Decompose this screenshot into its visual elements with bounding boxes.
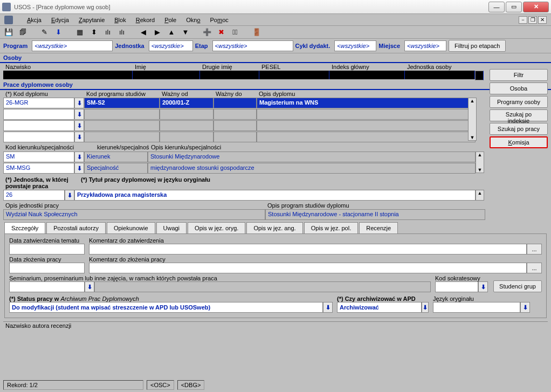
opis-dyplomu-cell[interactable]: Magisterium na WNS <box>257 98 476 108</box>
nav-next-icon[interactable]: ▶ <box>152 27 163 38</box>
status-pracy-input[interactable] <box>9 302 323 313</box>
person-imie-cell[interactable] <box>133 71 200 79</box>
kod-programu-cell[interactable]: SM-S2 <box>84 98 160 108</box>
tab-uwagi[interactable]: Uwagi <box>156 222 187 233</box>
person-pesel-cell[interactable] <box>259 71 329 79</box>
spec-kod-1[interactable]: SM <box>3 152 74 162</box>
studenci-grup-button[interactable]: Studenci grup <box>493 280 542 292</box>
komisja-button[interactable]: Komisja <box>490 136 548 148</box>
menu-rekord[interactable]: Rekord <box>136 17 155 23</box>
komentarz-zlozenia-input[interactable] <box>89 263 527 273</box>
szukaj-po-pracy-button[interactable]: Szukaj po pracy <box>490 123 548 135</box>
tab-opis-oryg[interactable]: Opis w jęz. oryg. <box>188 222 245 233</box>
person-jednostka-cell[interactable] <box>405 71 475 79</box>
kod-dyplomu-cell[interactable]: 26-MGR <box>3 98 74 108</box>
scroll-up3-icon[interactable]: ▲ <box>478 152 483 157</box>
download-icon[interactable]: ⬇ <box>53 27 64 38</box>
kod-dyplomu-lookup-3[interactable]: ⬇ <box>74 120 84 131</box>
kod-dyplomu-cell-2[interactable] <box>3 109 74 120</box>
edit-icon[interactable]: ✎ <box>39 27 50 38</box>
filter-etap-input[interactable] <box>212 40 293 51</box>
data-zatwierdzenia-input[interactable] <box>9 244 85 255</box>
kod-dyplomu-lookup[interactable]: ⬇ <box>74 98 84 108</box>
scroll-down2-icon[interactable]: ▼ <box>470 135 475 140</box>
jezyk-oryginalu-input[interactable] <box>433 302 520 313</box>
spec-lookup-2[interactable]: ⬇ <box>74 163 84 174</box>
menu-edycja[interactable]: Edycja <box>51 17 69 23</box>
nav-down-icon[interactable]: ▼ <box>180 27 191 38</box>
save-icon[interactable]: 💾 <box>3 27 14 38</box>
scroll-down3-icon[interactable]: ▼ <box>478 167 483 173</box>
filtruj-po-etapach-button[interactable]: Filtruj po etapach <box>449 40 506 52</box>
filter-program-input[interactable] <box>32 40 113 51</box>
menu-pole[interactable]: Pole <box>164 17 176 23</box>
spec-lookup-1[interactable]: ⬇ <box>74 152 84 162</box>
szukaj-po-indeksie-button[interactable]: Szukaj po indeksie <box>490 109 548 121</box>
spec-opis-2: międzynarodowe stosunki gospodarcze <box>148 163 476 174</box>
jednostka-field[interactable]: 26 <box>3 190 65 201</box>
filter-icon[interactable]: ▦ <box>74 27 85 38</box>
filtr-button[interactable]: Filtr <box>490 69 548 81</box>
tab-pozostali-autorzy[interactable]: Pozostali autorzy <box>46 222 106 233</box>
mdi-close[interactable]: ✕ <box>538 16 547 24</box>
tab-opis-pol[interactable]: Opis w jęz. pol. <box>304 222 359 233</box>
tab-recenzje[interactable]: Recenzje <box>359 222 398 233</box>
chart3-icon[interactable]: ılı <box>116 27 127 38</box>
tytul-field[interactable]: Przykładowa praca magisterska <box>74 190 476 201</box>
nav-up-icon[interactable]: ▲ <box>166 27 177 38</box>
filter-miejsce-input[interactable] <box>404 40 446 51</box>
tab-opiekunowie[interactable]: Opiekunowie <box>107 222 155 233</box>
tab-szczegoly[interactable]: Szczegóły <box>4 222 45 233</box>
archiwizowac-lookup[interactable]: ⬇ <box>422 302 429 313</box>
menu-zapytanie[interactable]: Zapytanie <box>79 17 105 23</box>
menu-blok[interactable]: Blok <box>114 17 126 23</box>
programy-osoby-button[interactable]: Programy osoby <box>490 96 548 108</box>
menu-akcja[interactable]: Akcja <box>27 17 42 23</box>
menu-okno[interactable]: Okno <box>186 17 200 23</box>
scroll-up-icon[interactable]: ▲ <box>477 71 482 77</box>
kod-dyplomu-cell-4[interactable] <box>3 132 74 142</box>
status-pracy-lookup[interactable]: ⬇ <box>323 302 333 313</box>
tab-opis-ang[interactable]: Opis w jęz. ang. <box>246 222 302 233</box>
menu-pomoc[interactable]: Pomoc <box>210 17 229 23</box>
kod-dyplomu-lookup-4[interactable]: ⬇ <box>74 132 84 142</box>
komentarz-zlozenia-more[interactable]: ... <box>527 263 542 273</box>
nav-prev-icon[interactable]: ◀ <box>138 27 149 38</box>
scroll-up4-icon[interactable]: ▲ <box>478 190 483 196</box>
data-zlozenia-input[interactable] <box>9 263 85 273</box>
chart1-icon[interactable]: ⬍ <box>88 27 99 38</box>
person-indeks-cell[interactable] <box>329 71 405 79</box>
scroll-up2-icon[interactable]: ▲ <box>470 98 475 104</box>
kod-dyplomu-cell-3[interactable] <box>3 120 74 131</box>
seminarium-lookup[interactable]: ⬇ <box>85 281 94 292</box>
filter-cykl-input[interactable] <box>334 40 376 51</box>
seminarium-kod-input[interactable] <box>9 281 85 292</box>
mdi-restore[interactable]: ❐ <box>528 16 537 24</box>
chart2-icon[interactable]: ılı <box>102 27 113 38</box>
wazny-do-cell[interactable] <box>213 98 257 108</box>
kod-sokratesowy-input[interactable] <box>435 281 478 292</box>
print-icon[interactable]: 🗐 <box>17 27 28 38</box>
delete-icon[interactable]: ✖ <box>216 27 226 38</box>
person-drugie-imie-cell[interactable] <box>200 71 259 79</box>
archiwizowac-input[interactable] <box>337 302 422 313</box>
komentarz-zatwierdzenia-input[interactable] <box>89 244 527 255</box>
spec-kod-2[interactable]: SM-MSG <box>3 163 74 174</box>
mdi-minimize[interactable]: － <box>519 16 527 24</box>
wazny-od-cell[interactable]: 2000/01-Z <box>160 98 213 108</box>
kod-dyplomu-lookup-2[interactable]: ⬇ <box>74 109 84 120</box>
komentarz-zatwierdzenia-more[interactable]: ... <box>527 244 542 255</box>
jezyk-oryginalu-lookup[interactable]: ⬇ <box>520 302 530 313</box>
kod-sokratesowy-lookup[interactable]: ⬇ <box>478 281 488 292</box>
add-icon[interactable]: ➕ <box>202 27 212 38</box>
window-maximize[interactable]: ▭ <box>506 2 522 12</box>
window-minimize[interactable]: — <box>488 2 505 12</box>
exit-icon[interactable]: 🚪 <box>251 27 262 38</box>
osoba-button[interactable]: Osoba <box>490 82 548 94</box>
col-drugie-imie: Drugie imię <box>200 63 259 71</box>
filter-jednostka-input[interactable] <box>149 40 193 51</box>
window-close[interactable]: ✕ <box>523 2 549 12</box>
clear-icon[interactable]: ✎⃠ <box>230 27 240 38</box>
person-nazwisko-cell[interactable] <box>3 71 133 79</box>
jednostka-lookup[interactable]: ⬇ <box>65 190 74 201</box>
